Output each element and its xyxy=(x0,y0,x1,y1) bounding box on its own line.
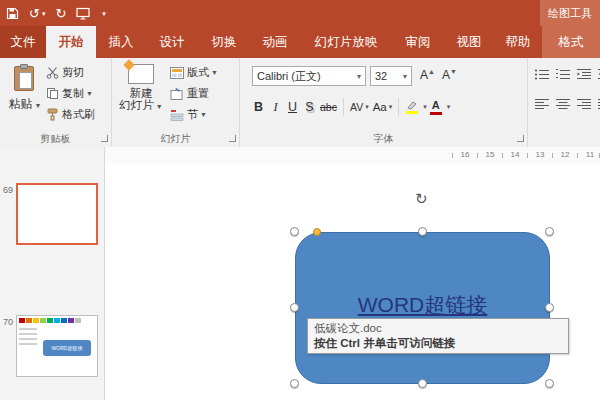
reset-button[interactable]: 重置 xyxy=(170,86,209,101)
tab-insert[interactable]: 插入 xyxy=(96,26,146,58)
bold-button[interactable]: B xyxy=(250,96,267,118)
font-group-label: 字体 xyxy=(240,132,527,146)
font-color-button[interactable]: A xyxy=(427,96,445,118)
cut-label: 剪切 xyxy=(62,65,84,80)
save-button[interactable] xyxy=(6,7,19,20)
layout-icon xyxy=(170,67,184,79)
chevron-down-icon: ▼ xyxy=(86,90,93,97)
down-arrow-icon: ▼ xyxy=(450,68,457,75)
font-color-a-icon: A xyxy=(432,100,440,111)
resize-handle-bottom-left[interactable] xyxy=(290,379,299,388)
change-case-button[interactable]: Aa▾ xyxy=(371,96,395,118)
copy-button[interactable]: 复制▼ xyxy=(46,86,93,101)
ruler-tick xyxy=(552,153,553,158)
ruler-number: 12 xyxy=(557,150,573,159)
clipboard-group-label: 剪贴板 xyxy=(0,132,111,146)
undo-button[interactable]: ↺▾ xyxy=(29,7,45,20)
start-slideshow-button[interactable] xyxy=(76,7,90,20)
tab-home[interactable]: 开始 xyxy=(46,26,96,58)
indent-decrease-button[interactable] xyxy=(576,67,592,85)
slide-70-thumbnail[interactable]: WORD超链接 xyxy=(16,315,98,377)
font-size-combo[interactable]: 32▾ xyxy=(370,66,412,86)
paste-button[interactable]: 粘贴▼ xyxy=(6,62,44,136)
align-right-button[interactable] xyxy=(576,97,592,115)
new-slide-label-line2: 幻灯片 xyxy=(119,99,154,111)
section-label: 节 xyxy=(187,107,198,122)
resize-handle-middle-right[interactable] xyxy=(545,303,554,312)
highlighter-icon xyxy=(406,101,418,110)
slides-group: 新建 幻灯片▼ 版式▼ 重置 节▼ 幻灯片 xyxy=(112,58,240,147)
new-slide-button[interactable]: 新建 幻灯片▼ xyxy=(118,62,164,142)
indent-decrease-icon xyxy=(576,68,592,81)
shape-adjust-handle[interactable] xyxy=(313,228,321,236)
chevron-down-icon: ▾ xyxy=(400,72,407,81)
character-spacing-button[interactable]: AV▾ xyxy=(348,96,371,118)
paste-clipboard-icon xyxy=(14,64,36,92)
save-icon xyxy=(6,7,19,20)
new-slide-label-line1: 新建 xyxy=(130,87,153,99)
cut-button[interactable]: 剪切 xyxy=(46,65,84,80)
rotate-handle[interactable]: ↻ xyxy=(415,191,428,206)
slides-dialog-launcher[interactable] xyxy=(229,135,236,142)
section-button[interactable]: 节▼ xyxy=(170,107,207,122)
layout-label: 版式 xyxy=(187,65,209,80)
align-center-button[interactable] xyxy=(555,97,571,115)
font-name-combo[interactable]: Calibri (正文)▾ xyxy=(252,66,366,86)
customize-qat-button[interactable]: ▾ xyxy=(100,10,106,17)
chevron-down-icon: ▼ xyxy=(156,103,163,110)
chevron-down-icon: ▾ xyxy=(354,72,361,81)
slide-thumbnail-panel: 69 70 WORD超链接 xyxy=(0,147,105,400)
bullet-list-button[interactable] xyxy=(534,67,550,85)
tab-design[interactable]: 设计 xyxy=(146,26,198,58)
scissors-icon xyxy=(46,66,59,79)
bullet-list-icon xyxy=(534,68,550,81)
numbered-list-button[interactable] xyxy=(555,67,571,85)
quick-access-toolbar: ↺▾ ↻ ▾ xyxy=(6,0,106,26)
resize-handle-top-left[interactable] xyxy=(290,227,299,236)
tab-format[interactable]: 格式 xyxy=(542,26,600,58)
clipboard-dialog-launcher[interactable] xyxy=(101,135,108,142)
hyperlink-text[interactable]: WORD超链接 xyxy=(296,291,549,319)
format-painter-icon xyxy=(46,108,59,121)
underline-button[interactable]: U xyxy=(284,96,301,118)
tab-review[interactable]: 审阅 xyxy=(392,26,444,58)
resize-handle-top-right[interactable] xyxy=(545,227,554,236)
decrease-font-size-button[interactable]: A▼ xyxy=(442,68,457,82)
font-buttons-row: B I U S abc AV▾ Aa▾ ▾ A ▾ xyxy=(250,96,450,118)
tab-file[interactable]: 文件 xyxy=(0,26,46,58)
reset-label: 重置 xyxy=(187,86,209,101)
italic-button[interactable]: I xyxy=(267,96,284,118)
align-left-button[interactable] xyxy=(534,97,550,115)
strikethrough-button[interactable]: abc xyxy=(318,96,339,118)
format-painter-button[interactable]: 格式刷 xyxy=(46,107,95,122)
resize-handle-bottom-center[interactable] xyxy=(418,379,427,388)
rounded-rectangle-shape[interactable]: WORD超链接 xyxy=(295,232,550,384)
layout-button[interactable]: 版式▼ xyxy=(170,65,218,80)
tab-slideshow[interactable]: 幻灯片放映 xyxy=(300,26,392,58)
ruler-tick xyxy=(577,153,578,158)
tab-animations[interactable]: 动画 xyxy=(250,26,300,58)
redo-button[interactable]: ↻ xyxy=(55,7,66,20)
resize-handle-top-center[interactable] xyxy=(418,227,427,236)
divider xyxy=(398,98,399,116)
tab-help[interactable]: 帮助 xyxy=(494,26,542,58)
ruler-tick xyxy=(477,153,478,158)
chevron-down-icon: ▾ xyxy=(365,103,369,111)
tab-transitions[interactable]: 切换 xyxy=(198,26,250,58)
tab-view[interactable]: 视图 xyxy=(444,26,494,58)
highlight-color-button[interactable] xyxy=(403,96,421,118)
increase-font-size-button[interactable]: A▲ xyxy=(420,68,435,82)
slide-69-thumbnail[interactable] xyxy=(16,183,98,245)
drawing-tools-header: 绘图工具 xyxy=(540,0,600,26)
resize-handle-middle-left[interactable] xyxy=(290,303,299,312)
slide-70-number: 70 xyxy=(3,317,13,327)
slide-canvas[interactable]: WORD超链接 ↻ 低碳论文.doc 按住 Ctrl 并单击可访问链接 xyxy=(105,163,600,400)
ruler-tick xyxy=(502,153,503,158)
resize-handle-bottom-right[interactable] xyxy=(545,379,554,388)
clipboard-group: 粘贴▼ 剪切 复制▼ 格式刷 剪贴板 xyxy=(0,58,112,147)
chevron-down-icon: ▾ xyxy=(447,103,451,111)
ruler: 16 15 14 13 12 11 xyxy=(105,147,600,163)
ruler-number: 13 xyxy=(532,150,548,159)
font-dialog-launcher[interactable] xyxy=(517,135,524,142)
text-shadow-button[interactable]: S xyxy=(301,96,318,118)
